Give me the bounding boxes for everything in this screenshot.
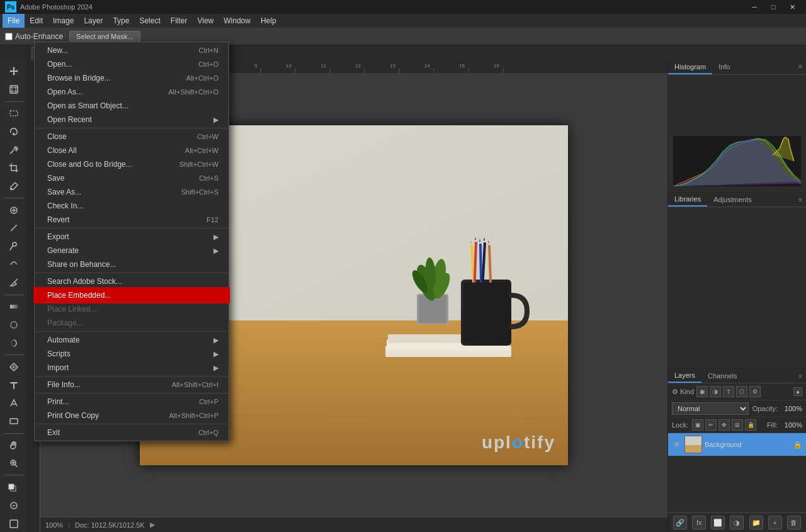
menu-layer[interactable]: Layer — [79, 14, 108, 28]
menu-item-close-bridge[interactable]: Close and Go to Bridge... Shift+Ctrl+W — [35, 157, 229, 171]
auto-enhance-option[interactable]: Auto-Enhance — [5, 32, 63, 41]
menu-item-open-as[interactable]: Open As... Alt+Shift+Ctrl+O — [35, 85, 229, 99]
menu-item-print[interactable]: Print... Ctrl+P — [35, 395, 229, 409]
menu-item-import[interactable]: Import ▶ — [35, 361, 229, 375]
tool-pen[interactable] — [3, 358, 25, 375]
tool-lasso[interactable] — [3, 123, 25, 140]
layer-fx-button[interactable]: fx — [692, 516, 706, 529]
lock-transparent-button[interactable]: ▣ — [692, 419, 703, 431]
tool-blur[interactable] — [3, 316, 25, 333]
tool-quick-mask[interactable] — [3, 497, 25, 514]
lock-artboard-button[interactable]: ⊞ — [732, 419, 743, 431]
filter-pixel[interactable]: ▣ — [696, 386, 708, 397]
libraries-options-button[interactable]: ≡ — [795, 194, 806, 206]
menu-item-check-in[interactable]: Check In... — [35, 199, 229, 213]
menu-filter[interactable]: Filter — [166, 14, 193, 28]
blend-mode-select[interactable]: Normal — [672, 402, 749, 415]
menu-item-revert[interactable]: Revert F12 — [35, 213, 229, 227]
menu-item-save[interactable]: Save Ctrl+S — [35, 171, 229, 185]
layer-thumbnail — [684, 436, 702, 453]
layer-group-button[interactable]: 📁 — [749, 516, 763, 529]
layer-delete-button[interactable]: 🗑 — [787, 516, 801, 529]
menu-item-close[interactable]: Close Ctrl+W — [35, 130, 229, 144]
menu-item-share-behance[interactable]: Share on Behance... — [35, 258, 229, 271]
menu-window[interactable]: Window — [219, 14, 256, 28]
tool-move[interactable] — [3, 63, 25, 80]
menu-item-place-embedded[interactable]: Place Embedded... — [35, 288, 229, 302]
auto-enhance-label: Auto-Enhance — [15, 32, 63, 41]
menu-file[interactable]: File — [3, 14, 25, 28]
filter-type[interactable]: T — [723, 386, 734, 397]
menu-item-search-stock[interactable]: Search Adobe Stock... — [35, 274, 229, 288]
tool-gradient[interactable] — [3, 298, 25, 315]
maximize-button[interactable]: □ — [764, 0, 782, 14]
menu-item-browse-bridge[interactable]: Browse in Bridge... Alt+Ctrl+O — [35, 71, 229, 85]
layer-link-button[interactable]: 🔗 — [673, 516, 687, 529]
menu-item-generate[interactable]: Generate ▶ — [35, 244, 229, 258]
layer-adjustment-button[interactable]: ◑ — [730, 516, 744, 529]
layer-item[interactable]: 👁 Background 🔒 — [668, 433, 806, 456]
auto-enhance-checkbox[interactable] — [5, 33, 13, 40]
layer-new-button[interactable]: + — [768, 516, 782, 529]
tool-brush[interactable] — [3, 220, 25, 237]
minimize-button[interactable]: ─ — [746, 0, 763, 14]
histogram-panel: Histogram Info ≡ — [668, 60, 806, 193]
tab-libraries[interactable]: Libraries — [668, 193, 707, 207]
menu-type[interactable]: Type — [108, 14, 134, 28]
menu-item-scripts[interactable]: Scripts ▶ — [35, 347, 229, 361]
tool-wand[interactable] — [3, 142, 25, 159]
menu-item-automate[interactable]: Automate ▶ — [35, 333, 229, 347]
tab-adjustments[interactable]: Adjustments — [707, 193, 758, 206]
layer-mask-button[interactable]: ⬜ — [711, 516, 725, 529]
tool-path-select[interactable] — [3, 395, 25, 412]
tool-crop[interactable] — [3, 159, 25, 176]
menu-help[interactable]: Help — [256, 14, 281, 28]
tool-eraser[interactable] — [3, 274, 25, 291]
layer-visibility-toggle[interactable]: 👁 — [672, 439, 682, 450]
menu-item-print-one-copy[interactable]: Print One Copy Alt+Shift+Ctrl+P — [35, 409, 229, 422]
tool-artboard[interactable] — [3, 81, 25, 98]
tool-zoom[interactable] — [3, 455, 25, 472]
lock-all-button[interactable]: 🔒 — [745, 419, 756, 431]
tab-layers[interactable]: Layers — [668, 369, 701, 383]
window-controls[interactable]: ─ □ ✕ — [746, 0, 801, 14]
tool-screen-mode[interactable] — [3, 515, 25, 532]
menu-item-export[interactable]: Export ▶ — [35, 230, 229, 244]
status-arrow[interactable]: ▶ — [150, 521, 155, 529]
menu-item-close-all[interactable]: Close All Alt+Ctrl+W — [35, 144, 229, 157]
menu-item-new[interactable]: New... Ctrl+N — [35, 43, 229, 57]
menu-item-exit[interactable]: Exit Ctrl+Q — [35, 426, 229, 439]
tool-hand[interactable] — [3, 437, 25, 454]
tool-foreground-bg[interactable] — [3, 478, 25, 495]
tab-info[interactable]: Info — [712, 60, 736, 74]
tool-dodge[interactable] — [3, 334, 25, 351]
menu-item-file-info[interactable]: File Info... Alt+Shift+Ctrl+I — [35, 378, 229, 392]
tab-channels[interactable]: Channels — [701, 370, 743, 382]
select-mask-button[interactable]: Select and Mask... — [69, 31, 140, 42]
tool-clone-stamp[interactable] — [3, 238, 25, 255]
lock-image-button[interactable]: ✏ — [705, 419, 717, 431]
menu-item-open-smart[interactable]: Open as Smart Object... — [35, 99, 229, 113]
close-button[interactable]: ✕ — [783, 0, 801, 14]
layers-filter-toggle[interactable]: ● — [793, 387, 802, 396]
tool-marquee[interactable] — [3, 105, 25, 122]
menu-item-open[interactable]: Open... Ctrl+O — [35, 57, 229, 71]
tool-type[interactable] — [3, 376, 25, 393]
tool-eyedropper[interactable] — [3, 178, 25, 195]
tab-histogram[interactable]: Histogram — [668, 60, 712, 74]
menu-view[interactable]: View — [192, 14, 219, 28]
tool-history-brush[interactable] — [3, 256, 25, 273]
menu-image[interactable]: Image — [48, 14, 79, 28]
layers-options-button[interactable]: ≡ — [795, 370, 806, 382]
histogram-options-button[interactable]: ≡ — [795, 60, 806, 74]
filter-smart[interactable]: ⚙ — [749, 386, 761, 397]
menu-item-save-as[interactable]: Save As... Shift+Ctrl+S — [35, 185, 229, 199]
tool-spot-healing[interactable] — [3, 201, 25, 218]
menu-item-open-recent[interactable]: Open Recent ▶ — [35, 113, 229, 127]
menu-select[interactable]: Select — [134, 14, 165, 28]
menu-edit[interactable]: Edit — [25, 14, 48, 28]
lock-position-button[interactable]: ✥ — [718, 419, 730, 431]
filter-shape[interactable]: ⬡ — [736, 386, 747, 397]
tool-rectangle[interactable] — [3, 413, 25, 430]
filter-adjustment[interactable]: ◑ — [710, 386, 721, 397]
